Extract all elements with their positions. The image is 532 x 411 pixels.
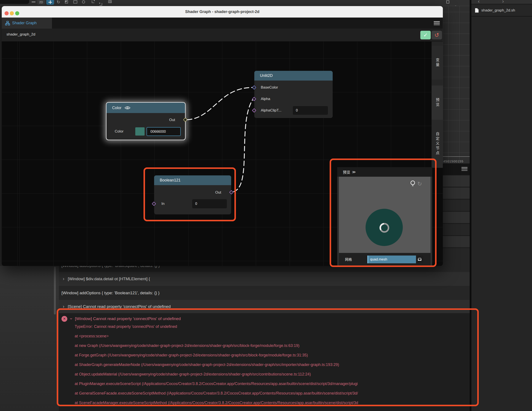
port-label: Out bbox=[215, 190, 221, 195]
graph-toolbar: shader_graph_2d ✓ ↺ bbox=[2, 29, 443, 42]
color-swatch[interactable] bbox=[135, 127, 145, 136]
node-title: Boolean121 bbox=[160, 178, 180, 183]
node-header[interactable]: Color bbox=[106, 103, 185, 113]
node-header[interactable]: Unlit2D bbox=[254, 71, 333, 80]
port-label: BaseColor bbox=[261, 85, 278, 90]
mesh-picker-button[interactable] bbox=[416, 255, 423, 263]
log-text: [Window] $div.data.detail ot [HTMLElemen… bbox=[68, 276, 150, 281]
port-label: Out bbox=[169, 118, 175, 122]
revert-button[interactable]: ↺ bbox=[432, 31, 442, 39]
node-header[interactable]: Boolean121 bbox=[154, 176, 231, 185]
node-title: Color bbox=[112, 106, 121, 110]
snap-anchor-icon[interactable] bbox=[100, 3, 102, 6]
boolean-in-input[interactable]: 0 bbox=[192, 199, 227, 208]
console-log-row[interactable]: › [Window] $div.data.detail ot [HTMLElem… bbox=[59, 272, 470, 286]
window-menu-icon[interactable] bbox=[434, 21, 440, 25]
grid-view-icon[interactable] bbox=[446, 0, 449, 3]
graph-name-label: shader_graph_2d bbox=[7, 32, 35, 37]
stack-line: at new Graph (/Users/wangwenying/code/sh… bbox=[75, 343, 300, 349]
node-unlit2d[interactable]: Unlit2D BaseColor Alpha AlphaClipT... 0 bbox=[254, 71, 333, 118]
window-title: Shader Graph - shader-graph-project-2d bbox=[2, 10, 443, 14]
console-menu-icon[interactable] bbox=[461, 167, 467, 171]
minimize-dash-icon bbox=[32, 1, 36, 2]
forward-arrow-icon[interactable]: › bbox=[502, 0, 504, 4]
side-tab-label: 自定义节点 bbox=[435, 132, 440, 156]
color-hex-input[interactable]: 00666000 bbox=[147, 127, 181, 136]
snap-pivot-icon[interactable] bbox=[92, 0, 94, 3]
preview-eye-icon[interactable] bbox=[124, 106, 131, 110]
panel-divider bbox=[470, 0, 471, 411]
port-label: Alpha bbox=[261, 97, 270, 101]
preview-footer: 网格 quad.mesh bbox=[339, 253, 430, 266]
stack-line: at ShaderGraph.generateMasterNode (/User… bbox=[75, 362, 339, 368]
preview-header[interactable]: 预览 ≫ bbox=[337, 167, 432, 177]
console-log-row[interactable]: › [Scene] Cannot read property 'connectP… bbox=[59, 300, 470, 313]
node-boolean121[interactable]: Boolean121 Out In 0 bbox=[154, 176, 231, 214]
mesh-label: 网格 bbox=[345, 257, 352, 262]
preview-title: 预览 bbox=[343, 169, 350, 175]
side-tab-variables[interactable]: 变量 bbox=[432, 46, 443, 79]
file-tab-label: shader_graph_2d.sh bbox=[481, 8, 515, 13]
refresh-icon[interactable]: ↻ bbox=[417, 181, 422, 187]
node-color[interactable]: Color Out Color 00666000 bbox=[106, 103, 185, 140]
tool-2d-button[interactable]: 2D bbox=[37, 0, 45, 5]
color-prop-label: Color bbox=[115, 129, 124, 134]
back-arrow-icon[interactable]: ‹ bbox=[478, 0, 480, 4]
window-tabbar: Shader Graph bbox=[2, 18, 443, 29]
side-tab-preview[interactable]: 预览 bbox=[432, 86, 443, 120]
shader-graph-window: Shader Graph - shader-graph-project-2d S… bbox=[2, 6, 443, 266]
window-titlebar[interactable]: Shader Graph - shader-graph-project-2d bbox=[2, 6, 443, 18]
error-badge-icon: ✕ bbox=[61, 316, 67, 322]
rotate-tool-icon[interactable]: ↻ bbox=[57, 0, 60, 5]
side-tab-custom-nodes[interactable]: 自定义节点 bbox=[432, 120, 443, 168]
file-tab[interactable]: shader_graph_2d.sh bbox=[471, 5, 532, 17]
expand-chevron-icon[interactable]: › bbox=[63, 276, 64, 281]
move-icon bbox=[48, 0, 52, 4]
scale-tool-icon[interactable] bbox=[65, 0, 68, 3]
file-icon bbox=[475, 8, 479, 13]
port-label: In bbox=[162, 202, 164, 206]
log-text: [Scene] Cannot read property 'connectPin… bbox=[68, 304, 171, 309]
rect-tool-icon[interactable] bbox=[73, 0, 77, 3]
stack-line: at GeneralSceneFacade.executeSceneScript… bbox=[75, 391, 358, 396]
expand-chevron-icon[interactable]: › bbox=[63, 304, 64, 309]
log-text: [Window] addOptions { type: 'Boolean121'… bbox=[61, 291, 160, 295]
move-tool-button[interactable] bbox=[46, 0, 54, 5]
side-tab-label: 变量 bbox=[435, 58, 440, 68]
editor-nav-bar: ‹ › bbox=[471, 0, 532, 4]
preview-viewport[interactable]: ↻ bbox=[339, 177, 430, 253]
stack-line: at Forge.getGraph (/Users/wangwenying/co… bbox=[75, 353, 308, 358]
mesh-input[interactable]: quad.mesh bbox=[367, 255, 416, 263]
screen: 2D ↻ 4501500155 [Window] addOptions { ty… bbox=[0, 0, 532, 411]
ruler-tool-icon[interactable] bbox=[108, 0, 112, 3]
preview-render bbox=[339, 177, 430, 253]
expand-double-chevron-icon[interactable]: ≫ bbox=[352, 170, 356, 174]
apply-button[interactable]: ✓ bbox=[420, 31, 431, 39]
stack-line: at PluginManager.executeSceneScript (/Ap… bbox=[75, 382, 358, 387]
tab-shader-graph[interactable]: Shader Graph bbox=[2, 18, 52, 29]
node-graph-icon bbox=[5, 21, 10, 26]
alphaclip-input[interactable]: 0 bbox=[293, 106, 328, 115]
tab-label: Shader Graph bbox=[12, 21, 37, 25]
background-toolbar: 2D ↻ bbox=[0, 0, 471, 6]
circle-tool-icon[interactable] bbox=[82, 0, 85, 3]
light-bulb-icon bbox=[411, 181, 415, 186]
error-title-row: ✕ › [Window] Cannot read property 'conne… bbox=[59, 316, 181, 322]
preview-panel: 预览 ≫ ↻ 网格 quad.mesh bbox=[337, 167, 432, 266]
background-panel-corner bbox=[0, 0, 29, 4]
console-error-entry[interactable]: ✕ › [Window] Cannot read property 'conne… bbox=[59, 313, 470, 411]
stack-line: TypeError: Cannot read property 'connect… bbox=[75, 324, 177, 330]
node-title: Unlit2D bbox=[260, 73, 273, 78]
console-log-row[interactable]: [Window] addOptions { type: 'Boolean121'… bbox=[59, 286, 470, 300]
error-title: [Window] Cannot read property 'connectPi… bbox=[75, 316, 181, 321]
scene-ruler-numbers: 4501500155 bbox=[443, 159, 463, 163]
collapse-chevron-icon[interactable]: › bbox=[69, 318, 74, 319]
stack-line: at Object.updateMaterial (/Users/wangwen… bbox=[75, 372, 311, 377]
side-tab-label: 预览 bbox=[435, 98, 440, 108]
left-scrollbar[interactable] bbox=[54, 267, 56, 314]
stack-line: at SceneFacadeManager.executeSceneScript… bbox=[75, 401, 358, 406]
scene-view-strip: 4501500155 bbox=[443, 6, 470, 164]
stack-line: at <process:scene> bbox=[75, 334, 109, 339]
left-gutter bbox=[0, 266, 59, 411]
side-tab-strip: 变量 预览 自定义节点 bbox=[432, 42, 443, 168]
